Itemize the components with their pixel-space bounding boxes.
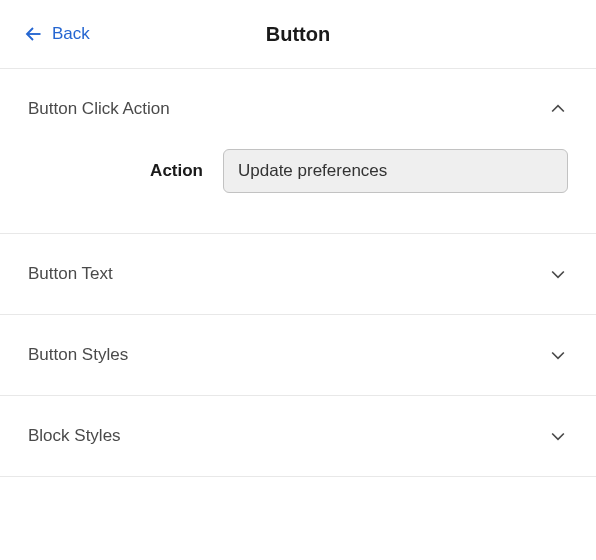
section-title: Button Text — [28, 264, 113, 284]
chevron-up-icon — [548, 99, 568, 119]
section-button-text: Button Text — [0, 234, 596, 315]
section-title: Block Styles — [28, 426, 121, 446]
action-select[interactable]: Update preferences — [223, 149, 568, 193]
section-header-block-styles[interactable]: Block Styles — [0, 396, 596, 476]
action-select-wrapper: Update preferences — [223, 149, 568, 193]
arrow-left-icon — [24, 25, 42, 43]
section-body-click-action: Action Update preferences — [0, 149, 596, 233]
back-button[interactable]: Back — [24, 24, 90, 44]
action-label: Action — [28, 161, 203, 181]
chevron-down-icon — [548, 345, 568, 365]
section-title: Button Click Action — [28, 99, 170, 119]
section-button-click-action: Button Click Action Action Update prefer… — [0, 69, 596, 234]
section-block-styles: Block Styles — [0, 396, 596, 477]
chevron-down-icon — [548, 264, 568, 284]
chevron-down-icon — [548, 426, 568, 446]
section-button-styles: Button Styles — [0, 315, 596, 396]
section-header-click-action[interactable]: Button Click Action — [0, 69, 596, 149]
action-row: Action Update preferences — [28, 149, 568, 193]
header: Back Button — [0, 0, 596, 69]
section-title: Button Styles — [28, 345, 128, 365]
section-header-button-text[interactable]: Button Text — [0, 234, 596, 314]
section-header-button-styles[interactable]: Button Styles — [0, 315, 596, 395]
back-label: Back — [52, 24, 90, 44]
